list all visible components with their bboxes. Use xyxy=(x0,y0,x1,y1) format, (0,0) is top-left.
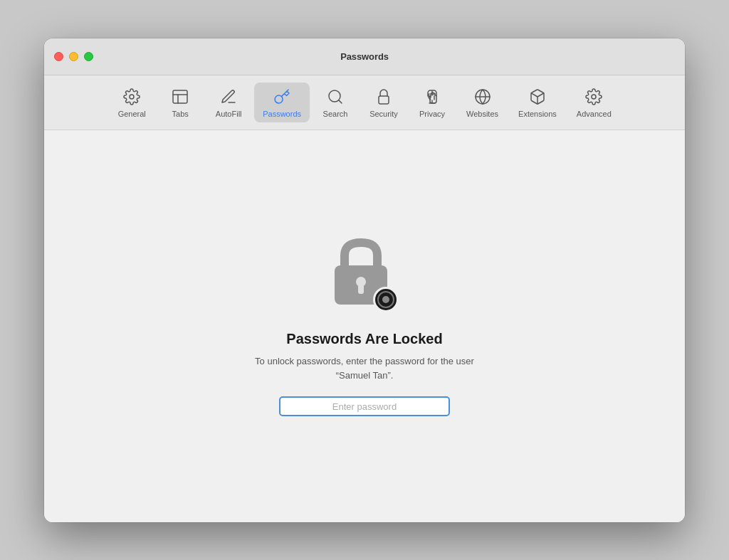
websites-icon xyxy=(473,87,493,107)
general-label: General xyxy=(118,110,146,118)
svg-point-0 xyxy=(130,95,134,99)
tabs-icon xyxy=(170,87,190,107)
tab-websites[interactable]: Websites xyxy=(458,83,507,122)
tab-tabs[interactable]: Tabs xyxy=(157,83,203,122)
search-label: Search xyxy=(323,110,348,118)
extensions-icon xyxy=(528,87,547,107)
tab-search[interactable]: Search xyxy=(313,83,358,122)
svg-point-12 xyxy=(592,95,596,99)
locked-title: Passwords Are Locked xyxy=(286,331,442,347)
passwords-label: Passwords xyxy=(263,110,301,118)
search-icon xyxy=(325,87,345,107)
security-icon xyxy=(374,87,394,107)
security-label: Security xyxy=(369,110,398,118)
main-content: Passwords Are Locked To unlock passwords… xyxy=(44,130,685,522)
svg-line-5 xyxy=(339,100,342,102)
websites-label: Websites xyxy=(466,110,498,118)
tab-extensions[interactable]: Extensions xyxy=(510,83,565,122)
tab-privacy[interactable]: Privacy xyxy=(409,83,455,122)
tab-passwords[interactable]: Passwords xyxy=(254,83,310,122)
toolbar: General Tabs AutoFill xyxy=(44,75,685,130)
svg-rect-1 xyxy=(173,90,187,103)
advanced-icon xyxy=(584,87,604,107)
extensions-label: Extensions xyxy=(518,110,557,118)
privacy-label: Privacy xyxy=(419,110,445,118)
password-input[interactable] xyxy=(279,396,450,416)
svg-rect-6 xyxy=(379,96,389,104)
autofill-icon xyxy=(219,87,238,107)
privacy-icon xyxy=(422,87,442,107)
touch-id-badge xyxy=(373,287,399,312)
advanced-label: Advanced xyxy=(577,110,612,118)
tab-autofill[interactable]: AutoFill xyxy=(206,83,251,122)
maximize-button[interactable] xyxy=(84,52,93,61)
tab-general[interactable]: General xyxy=(109,83,154,122)
general-icon xyxy=(122,87,142,107)
passwords-icon xyxy=(272,87,292,107)
svg-rect-15 xyxy=(358,284,364,294)
minimize-button[interactable] xyxy=(69,52,78,61)
traffic-lights xyxy=(54,52,93,61)
tabs-label: Tabs xyxy=(172,110,189,118)
locked-description: To unlock passwords, enter the password … xyxy=(251,354,478,382)
lock-illustration xyxy=(329,236,400,314)
titlebar: Passwords xyxy=(44,38,685,75)
window-title: Passwords xyxy=(340,51,389,62)
app-window: Passwords General Tabs xyxy=(44,38,685,522)
tab-security[interactable]: Security xyxy=(361,83,407,122)
autofill-label: AutoFill xyxy=(216,110,242,118)
tab-advanced[interactable]: Advanced xyxy=(568,83,620,122)
close-button[interactable] xyxy=(54,52,63,61)
